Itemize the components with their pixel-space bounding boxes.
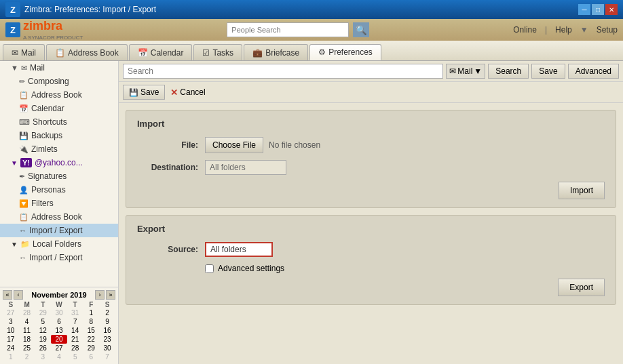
calendar-day[interactable]: 30 [51,308,67,317]
calendar-day[interactable]: 26 [35,344,51,352]
export-button[interactable]: Export [558,279,605,296]
tab-address-book[interactable]: 📋 Address Book [46,44,128,60]
calendar-day[interactable]: 28 [19,308,35,317]
calendar-day[interactable]: 30 [99,344,115,352]
calendar-day[interactable]: 11 [19,326,35,335]
calendar-day[interactable]: 20 [51,335,67,344]
tab-briefcase[interactable]: 💼 Briefcase [244,44,308,60]
save-button[interactable]: 💾 Save [123,85,165,100]
setup-link[interactable]: Setup [597,25,618,35]
briefcase-tab-icon: 💼 [252,48,263,58]
cancel-button[interactable]: ✕ Cancel [168,87,208,98]
calendar-day[interactable]: 29 [83,344,100,352]
sidebar-item-address-book2[interactable]: 📋 Address Book [0,210,118,224]
sidebar-item-zimlets[interactable]: 🔌 Zimlets [0,142,118,156]
calendar-day[interactable]: 3 [3,317,19,326]
tab-preferences[interactable]: ⚙ Preferences [309,44,381,60]
sidebar-item-mail[interactable]: ▼ ✉ Mail [0,61,118,75]
people-search-input[interactable] [227,22,349,37]
sidebar-item-local-folders[interactable]: ▼ 📁 Local Folders [0,237,118,251]
sidebar-item-signatures[interactable]: ✒ Signatures [0,169,118,183]
cal-prev-prev-button[interactable]: « [3,290,12,300]
sidebar-calendar-label: Calendar [31,104,64,113]
sidebar-item-import-export[interactable]: ↔ Import / Export [0,224,118,237]
cal-next-next-button[interactable]: » [106,290,115,300]
calendar-day[interactable]: 27 [51,344,67,352]
search-input[interactable] [123,64,443,79]
tab-tasks-label: Tasks [212,48,233,58]
mail-filter-dropdown[interactable]: ✉ Mail ▼ [446,64,485,79]
calendar-day[interactable]: 7 [99,352,115,361]
tab-tasks[interactable]: ☑ Tasks [193,44,242,60]
advanced-settings-checkbox[interactable] [205,264,214,273]
sidebar-item-filters[interactable]: 🔽 Filters [0,197,118,210]
advanced-search-button[interactable]: Advanced [568,64,619,79]
destination-input[interactable] [205,160,286,175]
sidebar-item-calendar[interactable]: 📅 Calendar [0,102,118,115]
signatures-icon: ✒ [19,172,25,181]
calendar-day[interactable]: 14 [67,326,83,335]
cal-header-s: S [3,301,19,308]
calendar-day[interactable]: 13 [51,326,67,335]
close-button[interactable]: ✕ [605,4,618,15]
calendar-day[interactable]: 6 [51,317,67,326]
restore-button[interactable]: □ [592,4,604,15]
tab-mail[interactable]: ✉ Mail [3,44,45,60]
export-source-label: Source: [137,245,205,254]
calendar-day[interactable]: 17 [3,335,19,344]
calendar-day[interactable]: 2 [99,308,115,317]
sidebar-item-shortcuts[interactable]: ⌨ Shortcuts [0,115,118,129]
calendar-day[interactable]: 16 [99,326,115,335]
calendar-day[interactable]: 27 [3,308,19,317]
calendar-day[interactable]: 25 [19,344,35,352]
calendar-day[interactable]: 6 [83,352,100,361]
calendar-day[interactable]: 22 [83,335,100,344]
calendar-day[interactable]: 4 [19,317,35,326]
search-button[interactable]: Search [488,64,529,79]
sidebar-personas-label: Personas [31,185,66,195]
calendar-day[interactable]: 29 [35,308,51,317]
calendar-day[interactable]: 28 [67,344,83,352]
calendar-day[interactable]: 2 [19,352,35,361]
sidebar-item-composing[interactable]: ✏ Composing [0,75,118,88]
people-search-icon-button[interactable]: 🔍 [353,22,369,37]
help-link[interactable]: Help [555,25,572,35]
calendar-day[interactable]: 5 [67,352,83,361]
calendar-day[interactable]: 9 [99,317,115,326]
calendar-day[interactable]: 3 [35,352,51,361]
sidebar-item-backups[interactable]: 💾 Backups [0,129,118,142]
calendar-day[interactable]: 18 [19,335,35,344]
sidebar-zimlets-label: Zimlets [31,144,58,154]
tab-calendar[interactable]: 📅 Calendar [129,44,193,60]
cal-next-button[interactable]: › [95,290,105,300]
calendar-day[interactable]: 8 [83,317,100,326]
source-input[interactable] [205,242,273,257]
calendar-day[interactable]: 7 [67,317,83,326]
cal-prev-button[interactable]: ‹ [14,290,23,300]
import-button[interactable]: Import [559,182,605,199]
calendar-day[interactable]: 24 [3,344,19,352]
calendar-day[interactable]: 31 [67,308,83,317]
calendar-day[interactable]: 10 [3,326,19,335]
calendar-day[interactable]: 21 [67,335,83,344]
backups-icon: 💾 [19,132,29,140]
save-search-button[interactable]: Save [531,64,565,79]
mini-calendar: « ‹ November 2019 › » S M T W T [0,287,118,364]
sidebar-item-address-book[interactable]: 📋 Address Book [0,88,118,102]
calendar-day[interactable]: 23 [99,335,115,344]
calendar-day[interactable]: 12 [35,326,51,335]
calendar-day[interactable]: 19 [35,335,51,344]
calendar-day[interactable]: 5 [35,317,51,326]
sidebar-item-personas[interactable]: 👤 Personas [0,183,118,197]
calendar-day[interactable]: 1 [3,352,19,361]
sidebar-yahoo-label: @yahoo.co... [35,158,83,167]
calendar-day[interactable]: 15 [83,326,100,335]
calendar-day[interactable]: 1 [83,308,100,317]
choose-file-button[interactable]: Choose File [205,137,263,153]
sidebar-item-yahoo[interactable]: ▼ Y! @yahoo.co... [0,156,118,169]
minimize-button[interactable]: ─ [578,4,590,15]
tab-address-book-label: Address Book [68,48,119,58]
calendar-day[interactable]: 4 [51,352,67,361]
sidebar-item-import-export2[interactable]: ↔ Import / Export [0,251,118,264]
import-section: Import File: Choose File No file chosen … [126,110,616,208]
